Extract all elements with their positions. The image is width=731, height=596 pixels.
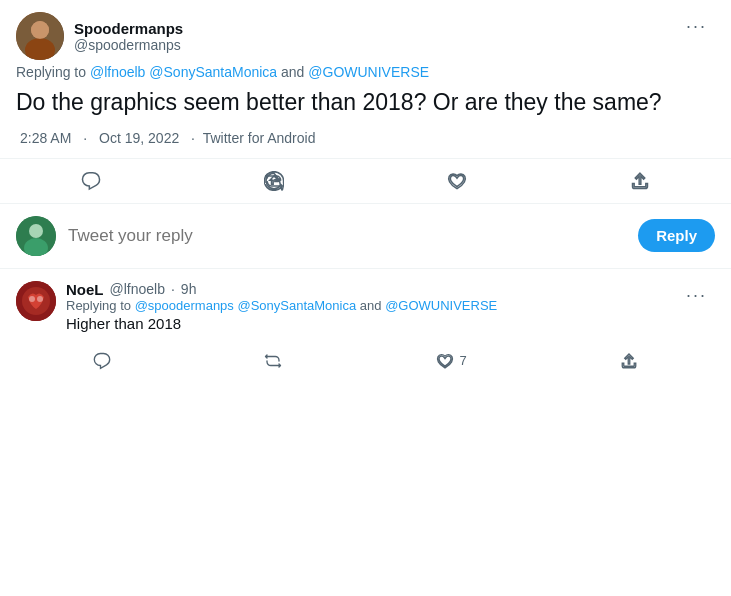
like-icon — [447, 171, 467, 191]
mention-link[interactable]: @GOWUNIVERSE — [385, 298, 497, 313]
display-name: Spoodermanps — [74, 20, 183, 37]
tweet-meta: 2:28 AM · Oct 19, 2022 · Twitter for And… — [16, 130, 715, 146]
comment-display-name: NoeL — [66, 281, 104, 298]
comment-like-button[interactable]: 7 — [426, 346, 477, 376]
separator: · — [83, 130, 87, 146]
tweet-text: Do the graphics seem better than 2018? O… — [16, 88, 715, 118]
comment-reply-button[interactable] — [83, 346, 121, 376]
avatar — [16, 12, 64, 60]
comment-button[interactable] — [69, 163, 113, 199]
tweet-date: Oct 19, 2022 — [99, 130, 179, 146]
like-button[interactable] — [435, 163, 479, 199]
tweet-time: 2:28 AM — [20, 130, 71, 146]
like-count: 7 — [460, 353, 467, 368]
retweet-icon — [264, 352, 282, 370]
reply-input[interactable] — [68, 226, 626, 246]
share-icon — [620, 352, 638, 370]
comment-icon — [81, 171, 101, 191]
svg-point-5 — [29, 224, 43, 238]
platform-link[interactable]: Twitter for Android — [203, 130, 316, 146]
comment-header: NoeL @lfnoelb · 9h Replying to @spooderm… — [16, 281, 715, 340]
share-button[interactable] — [618, 163, 662, 199]
comment-actions: 7 — [16, 342, 715, 380]
comment-share-button[interactable] — [610, 346, 648, 376]
comment-replying: Replying to @spoodermanps @SonySantaMoni… — [66, 298, 497, 313]
retweet-icon — [264, 171, 284, 191]
comment-retweet-button[interactable] — [254, 346, 292, 376]
comment-time: 9h — [181, 281, 197, 297]
svg-point-9 — [29, 296, 35, 302]
reply-avatar — [16, 216, 56, 256]
comment: NoeL @lfnoelb · 9h Replying to @spooderm… — [0, 269, 731, 380]
separator: · — [191, 130, 195, 146]
comment-left: NoeL @lfnoelb · 9h Replying to @spooderm… — [16, 281, 497, 340]
mention-link[interactable]: @SonySantaMonica — [149, 64, 277, 80]
more-options-button[interactable]: ··· — [678, 12, 715, 41]
comment-username: @lfnoelb — [110, 281, 165, 297]
comment-avatar — [16, 281, 56, 321]
comment-icon — [93, 352, 111, 370]
like-icon — [436, 352, 454, 370]
mention-link[interactable]: @GOWUNIVERSE — [308, 64, 429, 80]
main-tweet: Spoodermanps @spoodermanps ··· Replying … — [0, 0, 731, 146]
svg-point-10 — [37, 296, 43, 302]
share-icon — [630, 171, 650, 191]
comment-user-line: NoeL @lfnoelb · 9h — [66, 281, 497, 298]
comment-text: Higher than 2018 — [66, 315, 497, 332]
tweet-header: Spoodermanps @spoodermanps ··· — [16, 12, 715, 60]
replying-to: Replying to @lfnoelb @SonySantaMonica an… — [16, 64, 715, 80]
mention-link[interactable]: @lfnoelb — [90, 64, 145, 80]
user-info: Spoodermanps @spoodermanps — [74, 20, 183, 53]
mention-link[interactable]: @SonySantaMonica — [237, 298, 356, 313]
retweet-button[interactable] — [252, 163, 296, 199]
tweet-header-left: Spoodermanps @spoodermanps — [16, 12, 183, 60]
svg-point-3 — [31, 21, 49, 39]
username: @spoodermanps — [74, 37, 183, 53]
comment-more-options-button[interactable]: ··· — [678, 281, 715, 310]
reply-box: Reply — [0, 204, 731, 269]
action-bar — [0, 159, 731, 203]
comment-body: NoeL @lfnoelb · 9h Replying to @spooderm… — [66, 281, 497, 340]
comment-time: · — [171, 281, 175, 297]
reply-button[interactable]: Reply — [638, 219, 715, 252]
mention-link[interactable]: @spoodermanps — [135, 298, 234, 313]
